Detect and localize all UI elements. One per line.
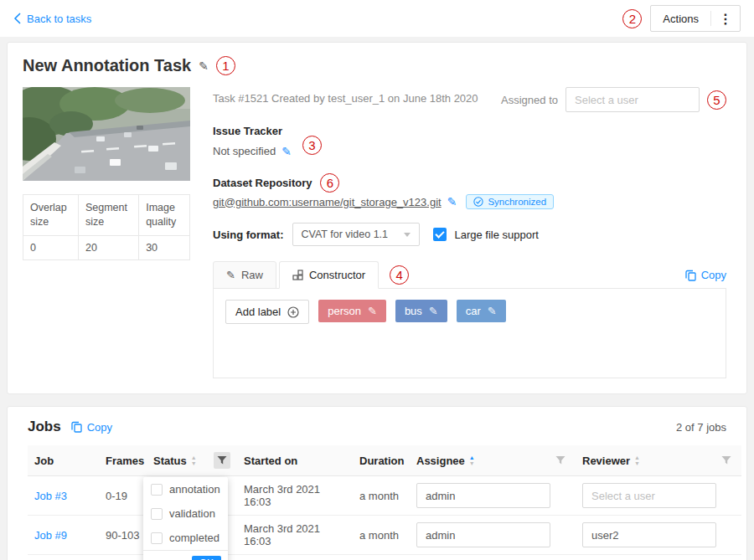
jobs-count: 2 of 7 jobs bbox=[676, 421, 726, 434]
copy-jobs-link[interactable]: Copy bbox=[71, 421, 112, 434]
label-chip-person[interactable]: person ✎ bbox=[318, 300, 386, 322]
format-value: CVAT for video 1.1 bbox=[302, 229, 389, 240]
tab-raw[interactable]: ✎ Raw bbox=[213, 261, 276, 289]
job-3-started: March 3rd 2021 16:03 bbox=[244, 483, 320, 508]
actions-label: Actions bbox=[651, 13, 710, 25]
plus-circle-icon bbox=[287, 306, 299, 318]
reviewer-sort-icon[interactable]: ▲▼ bbox=[634, 455, 640, 466]
copy-labels-label: Copy bbox=[701, 269, 726, 281]
job-3-reviewer-placeholder: Select a user bbox=[591, 490, 655, 502]
filter-reset-button[interactable]: Reset bbox=[150, 557, 178, 560]
status-filter-icon[interactable] bbox=[214, 452, 230, 469]
labels-editor-tabs: ✎ Raw Constructor 4 bbox=[213, 261, 409, 289]
edit-label-person-icon[interactable]: ✎ bbox=[368, 305, 377, 317]
task-title: New Annotation Task bbox=[23, 56, 191, 75]
annotation-circle-5: 5 bbox=[707, 90, 726, 110]
col-assignee[interactable]: Assignee bbox=[416, 455, 465, 467]
dataset-repository-label: Dataset Repository bbox=[213, 177, 312, 189]
assignee-sort-icon[interactable]: ▲▼ bbox=[469, 455, 475, 466]
issue-tracker-value: Not specified bbox=[213, 145, 276, 157]
validation-checkbox[interactable] bbox=[151, 508, 163, 520]
filter-option-validation-label: validation bbox=[169, 507, 215, 520]
job-9-started: March 3rd 2021 16:03 bbox=[244, 522, 320, 547]
col-reviewer[interactable]: Reviewer bbox=[582, 455, 630, 467]
job-9-link[interactable]: Job #9 bbox=[34, 529, 67, 542]
col-started: Started on bbox=[244, 455, 297, 467]
edit-issue-tracker-icon[interactable]: ✎ bbox=[281, 145, 292, 158]
filter-option-validation[interactable]: validation bbox=[143, 501, 228, 526]
large-file-checkbox[interactable] bbox=[433, 228, 447, 241]
assigned-to-label: Assigned to bbox=[501, 94, 558, 106]
back-to-tasks-link[interactable]: Back to tasks bbox=[13, 13, 91, 25]
task-preview-image bbox=[23, 87, 190, 181]
annotation-circle-4: 4 bbox=[390, 265, 409, 285]
completed-checkbox[interactable] bbox=[151, 532, 163, 544]
task-meta: Task #1521 Created by test_user_1 on Jun… bbox=[213, 87, 478, 105]
large-file-label: Large file support bbox=[455, 229, 539, 241]
constructor-icon bbox=[292, 270, 303, 280]
param-value-overlap: 0 bbox=[23, 235, 79, 259]
label-person-name: person bbox=[328, 305, 361, 317]
param-header-quality: Image quality bbox=[139, 195, 190, 236]
sync-check-icon bbox=[473, 197, 483, 207]
job-3-duration: a month bbox=[359, 490, 399, 502]
annotation-circle-6: 6 bbox=[320, 173, 339, 193]
assignee-select[interactable]: Select a user bbox=[566, 87, 700, 112]
filter-option-completed[interactable]: completed bbox=[143, 526, 228, 550]
job-9-assignee-value: admin bbox=[426, 529, 455, 542]
jobs-table: Job Frames Status ▲▼ Started on bbox=[28, 445, 741, 560]
job-9-assignee-select[interactable]: admin bbox=[416, 522, 550, 547]
edit-label-car-icon[interactable]: ✎ bbox=[488, 305, 497, 317]
back-label: Back to tasks bbox=[27, 13, 91, 25]
job-3-assignee-select[interactable]: admin bbox=[416, 483, 550, 508]
sync-badge-label: Synchronized bbox=[488, 197, 546, 207]
label-chip-bus[interactable]: bus ✎ bbox=[395, 300, 447, 322]
jobs-card: Jobs Copy 2 of 7 jobs Job Frames bbox=[7, 406, 747, 560]
copy-labels-link[interactable]: Copy bbox=[685, 269, 726, 281]
edit-label-bus-icon[interactable]: ✎ bbox=[429, 305, 438, 317]
col-status[interactable]: Status bbox=[153, 455, 187, 467]
using-format-label: Using format: bbox=[213, 229, 284, 241]
add-label-button[interactable]: Add label bbox=[225, 300, 309, 324]
sync-status-badge: Synchronized bbox=[466, 194, 554, 209]
copy-icon bbox=[685, 270, 696, 281]
annotation-circle-2: 2 bbox=[622, 9, 642, 28]
actions-button[interactable]: Actions ⋮ bbox=[650, 5, 741, 32]
filter-option-annotation-label: annotation bbox=[169, 483, 220, 496]
edit-repository-icon[interactable]: ✎ bbox=[447, 195, 457, 208]
labels-constructor-area: Add label person ✎ bus ✎ car ✎ bbox=[213, 288, 726, 378]
job-9-frames: 90-103 bbox=[106, 529, 139, 542]
back-chevron-icon bbox=[13, 13, 21, 24]
status-sort-icon[interactable]: ▲▼ bbox=[191, 455, 197, 466]
label-chip-car[interactable]: car ✎ bbox=[457, 300, 506, 322]
edit-title-icon[interactable]: ✎ bbox=[199, 59, 209, 73]
reviewer-filter-icon[interactable] bbox=[718, 452, 735, 469]
job-3-assignee-value: admin bbox=[426, 490, 455, 502]
jobs-table-header-row: Job Frames Status ▲▼ Started on bbox=[28, 445, 741, 476]
col-job: Job bbox=[34, 455, 54, 467]
more-actions-icon[interactable]: ⋮ bbox=[711, 11, 740, 27]
assignee-placeholder: Select a user bbox=[575, 94, 638, 106]
chevron-down-icon bbox=[404, 233, 411, 237]
assignee-filter-icon[interactable] bbox=[552, 452, 569, 469]
col-frames: Frames bbox=[106, 455, 144, 467]
annotation-circle-1: 1 bbox=[216, 56, 235, 75]
tab-constructor[interactable]: Constructor bbox=[279, 261, 379, 289]
job-row: Job #4 15-34 March 3rd 2021 16:03 a mont… bbox=[28, 555, 741, 560]
dataset-repository-url[interactable]: git@github.com:username/git_storage_v123… bbox=[213, 196, 442, 208]
job-3-link[interactable]: Job #3 bbox=[34, 490, 67, 502]
filter-ok-button[interactable]: OK bbox=[192, 556, 221, 560]
job-9-reviewer-select[interactable]: user2 bbox=[582, 522, 716, 547]
param-value-quality: 30 bbox=[139, 235, 190, 259]
job-3-reviewer-select[interactable]: Select a user bbox=[582, 483, 716, 508]
job-row: Job #3 0-19 March 3rd 2021 16:03 a month… bbox=[28, 476, 741, 516]
annotation-checkbox[interactable] bbox=[151, 484, 163, 496]
format-select[interactable]: CVAT for video 1.1 bbox=[292, 223, 420, 246]
label-bus-name: bus bbox=[405, 305, 422, 317]
param-header-overlap: Overlap size bbox=[23, 195, 79, 236]
filter-option-annotation[interactable]: annotation bbox=[143, 477, 228, 501]
filter-option-completed-label: completed bbox=[169, 532, 219, 544]
copy-jobs-label: Copy bbox=[87, 421, 112, 434]
issue-tracker-label: Issue Tracker bbox=[213, 125, 726, 137]
job-3-frames: 0-19 bbox=[106, 490, 127, 502]
